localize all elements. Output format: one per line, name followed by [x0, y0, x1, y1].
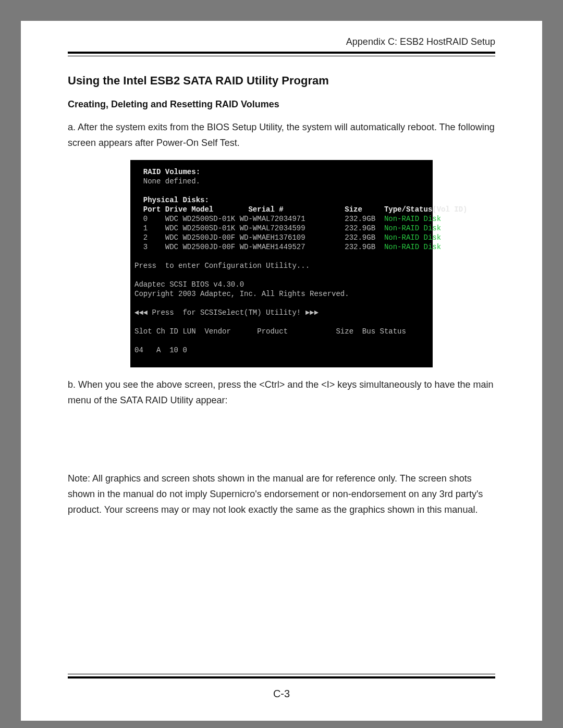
subsection-title: Creating, Deleting and Resetting RAID Vo… [68, 99, 495, 110]
section-title: Using the Intel ESB2 SATA RAID Utility P… [68, 74, 495, 88]
running-head: Appendix C: ESB2 HostRAID Setup [68, 36, 495, 47]
page-number: C-3 [68, 688, 495, 700]
top-rule [68, 52, 495, 56]
page: Appendix C: ESB2 HostRAID Setup Using th… [21, 21, 542, 721]
paragraph-a: a. After the system exits from the BIOS … [68, 119, 495, 151]
bottom-rule [68, 674, 495, 678]
paragraph-b: b. When you see the above screen, press … [68, 377, 495, 408]
terminal-screenshot: RAID Volumes: None defined. Physical Dis… [130, 160, 433, 367]
note-paragraph: Note: All graphics and screen shots show… [68, 471, 495, 517]
